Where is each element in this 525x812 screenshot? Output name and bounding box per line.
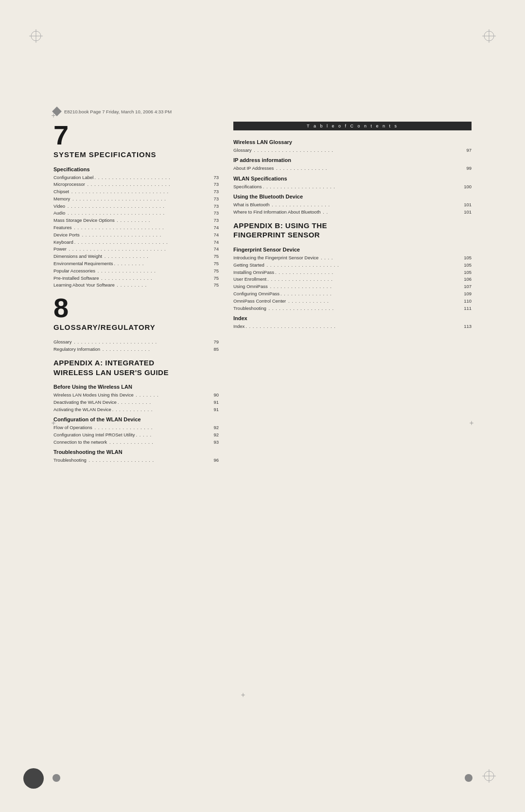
toc-entry: Features . . . . . . . . . . . . . . . .…	[53, 224, 219, 231]
toc-entry: Where to Find Information About Bluetoot…	[233, 209, 472, 215]
toc-entry: Chipset . . . . . . . . . . . . . . . . …	[53, 188, 219, 195]
toc-entry: Using OmniPass . . . . . . . . . . . . .…	[233, 283, 472, 289]
index-heading: Index	[233, 315, 472, 321]
toc-entry: Device Ports . . . . . . . . . . . . . .…	[53, 232, 219, 238]
fingerprint-heading: Fingerprint Sensor Device	[233, 247, 472, 253]
toc-entry: Troubleshooting . . . . . . . . . . . . …	[233, 305, 472, 311]
bluetooth-heading: Using the Bluetooth Device	[233, 194, 472, 199]
toc-entry: Deactivating the WLAN Device. . . . . . …	[53, 399, 219, 405]
appendixB-section: APPENDIX B: USING THEFINGERPRINT SENSOR …	[233, 221, 472, 329]
sm-circle-b2	[465, 774, 472, 782]
chapter7-title: SYSTEM SPECIFICATIONS	[53, 150, 219, 160]
toc-entry: Activating the WLAN Device. . . . . . . …	[53, 406, 219, 413]
toc-entry: About IP Addresses . . . . . . . . . . .…	[233, 165, 472, 171]
toc-entry: Glossary . . . . . . . . . . . . . . . .…	[53, 339, 219, 345]
toc-entry: What is Bluetooth . . . . . . . . . . . …	[233, 201, 472, 208]
toc-entry: Installing OmniPass. . . . . . . . . . .…	[233, 269, 472, 275]
toc-entry: Configuration Using Intel PROSet Utility…	[53, 432, 219, 438]
wlan-specs-heading: WLAN Specifications	[233, 176, 472, 181]
toc-entry: Regulatory Information . . . . . . . . .…	[53, 346, 219, 352]
reg-mark-tr	[482, 29, 496, 43]
sm-circle-b1	[52, 774, 60, 782]
toc-entry: Getting Started . . . . . . . . . . . . …	[233, 262, 472, 268]
chapter8-num: 8	[53, 294, 219, 322]
toc-entry: Microprocessor . . . . . . . . . . . . .…	[53, 181, 219, 187]
toc-entry: Video . . . . . . . . . . . . . . . . . …	[53, 203, 219, 209]
toc-entry: Specifications. . . . . . . . . . . . . …	[233, 183, 472, 190]
toc-entry: Environmental Requirements. . . . . . . …	[53, 260, 219, 267]
toc-entry: Introducing the Fingerprint Sensor Devic…	[233, 254, 472, 261]
chapter8-title: GLOSSARY/REGULATORY	[53, 323, 219, 332]
reg-mark-tl	[29, 29, 43, 43]
appendixB-title: APPENDIX B: USING THEFINGERPRINT SENSOR	[233, 221, 472, 240]
file-info-bar: E8210.book Page 7 Friday, March 10, 2006…	[53, 108, 472, 115]
wlan-glossary-heading: Wireless LAN Glossary	[233, 139, 472, 145]
ch7-sub1-heading: Specifications	[53, 166, 219, 172]
toc-entry: Popular Accessories . . . . . . . . . . …	[53, 268, 219, 274]
toc-entry: Audio . . . . . . . . . . . . . . . . . …	[53, 210, 219, 216]
toc-header-bar: T a b l e o f C o n t e n t s	[233, 122, 472, 130]
chapter7-section: 7 SYSTEM SPECIFICATIONS Specifications C…	[53, 122, 219, 289]
appendixA-title: APPENDIX A: INTEGRATEDWIRELESS LAN USER'…	[53, 358, 219, 377]
toc-entry: Dimensions and Weight . . . . . . . . . …	[53, 253, 219, 259]
appendixA-sub2-heading: Configuration of the WLAN Device	[53, 416, 219, 422]
page-content: 7 SYSTEM SPECIFICATIONS Specifications C…	[53, 122, 472, 754]
toc-entry: OmniPass Control Center . . . . . . . . …	[233, 298, 472, 304]
appendixA-sub1-heading: Before Using the Wireless LAN	[53, 384, 219, 390]
chapter7-num: 7	[53, 122, 219, 149]
ip-address-heading: IP address information	[233, 157, 472, 163]
appendixA-section: APPENDIX A: INTEGRATEDWIRELESS LAN USER'…	[53, 358, 219, 463]
chapter8-section: 8 GLOSSARY/REGULATORY Glossary . . . . .…	[53, 294, 219, 353]
appendixA-sub3-heading: Troubleshooting the WLAN	[53, 449, 219, 455]
toc-entry: Keyboard. . . . . . . . . . . . . . . . …	[53, 239, 219, 245]
toc-entry: Configuring OmniPass. . . . . . . . . . …	[233, 290, 472, 297]
right-column: T a b l e o f C o n t e n t s Wireless L…	[233, 122, 472, 754]
toc-entry: Connection to the network . . . . . . . …	[53, 439, 219, 445]
wlan-specs-section: WLAN Specifications Specifications. . . …	[233, 176, 472, 190]
deco-circle-bl	[23, 768, 44, 789]
toc-entry: Index. . . . . . . . . . . . . . . . . .…	[233, 323, 472, 329]
reg-mark-br	[482, 769, 496, 783]
toc-entry: Wireless LAN Modes Using this Device . .…	[53, 392, 219, 398]
toc-entry: Power . . . . . . . . . . . . . . . . . …	[53, 246, 219, 252]
diamond-icon	[52, 107, 62, 116]
toc-entry: Flow of Operations . . . . . . . . . . .…	[53, 424, 219, 431]
toc-entry: Memory . . . . . . . . . . . . . . . . .…	[53, 196, 219, 202]
bluetooth-section: Using the Bluetooth Device What is Bluet…	[233, 194, 472, 215]
toc-entry: Pre-Installed Software . . . . . . . . .…	[53, 275, 219, 281]
toc-entry: Glossary . . . . . . . . . . . . . . . .…	[233, 147, 472, 153]
toc-entry: Learning About Your Software . . . . . .…	[53, 282, 219, 288]
toc-entry: User Enrollment. . . . . . . . . . . . .…	[233, 276, 472, 282]
ip-address-section: IP address information About IP Addresse…	[233, 157, 472, 171]
toc-entry: Mass Storage Device Options . . . . . . …	[53, 217, 219, 223]
toc-entry: Troubleshooting . . . . . . . . . . . . …	[53, 457, 219, 463]
toc-entry: Configuration Label. . . . . . . . . . .…	[53, 174, 219, 180]
file-info-text: E8210.book Page 7 Friday, March 10, 2006…	[64, 109, 172, 114]
left-column: 7 SYSTEM SPECIFICATIONS Specifications C…	[53, 122, 219, 754]
wlan-glossary-section: Wireless LAN Glossary Glossary . . . . .…	[233, 139, 472, 153]
